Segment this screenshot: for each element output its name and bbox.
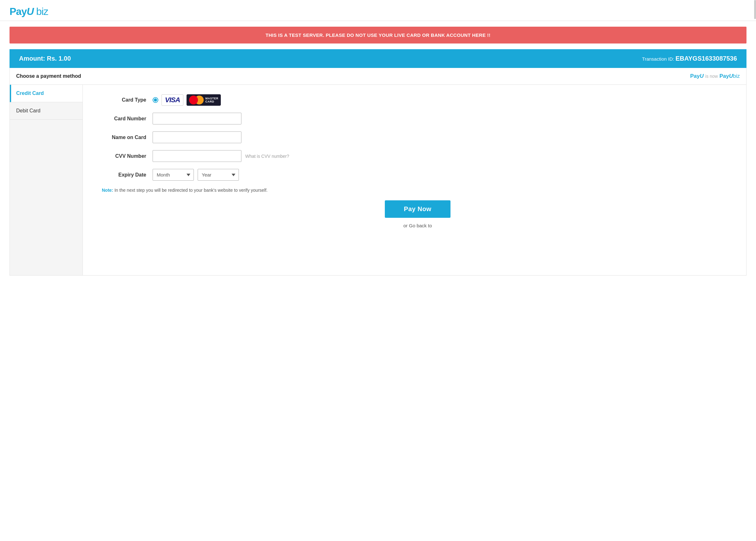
sidebar: Credit Card Debit Card	[10, 85, 83, 275]
payu-rebrand-area: PayU is now PayUbiz	[690, 73, 740, 79]
logo-u-letter: U	[27, 6, 34, 17]
amount-bar: Amount: Rs. 1.00 Transaction ID: EBAYGS1…	[10, 49, 746, 68]
form-area: Card Type VISA MasterCard	[83, 85, 746, 275]
card-type-row: Card Type VISA MasterCard	[102, 94, 733, 106]
transaction-id-label: Transaction ID:	[642, 56, 674, 62]
logo-bar: PayU biz	[0, 0, 756, 21]
card-type-radio[interactable]	[152, 97, 158, 103]
cvv-row: CVV Number What is CVV number?	[102, 150, 733, 162]
choose-payment-label: Choose a payment method	[16, 73, 81, 79]
expiry-year-select[interactable]: Year 2021 2022 2023 2024 2025 2026 2027 …	[198, 169, 239, 181]
transaction-id-area: Transaction ID: EBAYGS1633087536	[642, 55, 737, 62]
radio-dot	[154, 98, 157, 102]
expiry-row: Expiry Date Month 01 02 03 04 05 06 07 0…	[102, 169, 733, 181]
payu-old-logo: PayU	[690, 73, 704, 79]
cvv-input-area: What is CVV number?	[152, 150, 289, 162]
pay-now-container: Pay Now or Go back to	[102, 200, 733, 228]
transaction-id-value: EBAYGS1633087536	[675, 55, 737, 62]
pay-now-button[interactable]: Pay Now	[385, 200, 450, 218]
rebrand-is-now: is now	[705, 74, 718, 79]
note-row: Note: In the next step you will be redir…	[102, 188, 733, 193]
cvv-input[interactable]	[152, 150, 241, 162]
logo: PayU biz	[10, 6, 48, 17]
card-number-label: Card Number	[102, 116, 152, 122]
sidebar-item-debit-card[interactable]: Debit Card	[10, 102, 83, 120]
test-server-banner: THIS IS A TEST SERVER. PLEASE DO NOT USE…	[10, 27, 746, 44]
logo-pay: Pay	[10, 6, 27, 17]
logo-biz: biz	[34, 6, 48, 17]
payu-new-logo: PayUbiz	[719, 73, 740, 79]
expiry-month-select[interactable]: Month 01 02 03 04 05 06 07 08 09 10 11 1…	[152, 169, 194, 181]
note-text: In the next step you will be redirected …	[115, 188, 268, 193]
card-type-label: Card Type	[102, 97, 152, 103]
scrollbar-indicator	[754, 0, 756, 19]
card-number-row: Card Number	[102, 113, 733, 125]
mastercard-logo: MasterCard	[186, 94, 221, 106]
payment-header: Choose a payment method PayU is now PayU…	[10, 68, 746, 85]
name-on-card-row: Name on Card	[102, 132, 733, 143]
cvv-label: CVV Number	[102, 153, 152, 159]
expiry-selects: Month 01 02 03 04 05 06 07 08 09 10 11 1…	[152, 169, 239, 181]
card-number-input[interactable]	[152, 113, 241, 125]
sidebar-item-credit-card[interactable]: Credit Card	[10, 85, 83, 102]
card-type-options: VISA MasterCard	[152, 94, 221, 106]
note-label: Note:	[102, 188, 113, 193]
go-back-text: or Go back to	[102, 223, 733, 228]
name-on-card-label: Name on Card	[102, 135, 152, 140]
visa-logo: VISA	[161, 94, 183, 106]
expiry-label: Expiry Date	[102, 172, 152, 178]
amount-label: Amount: Rs. 1.00	[19, 55, 71, 62]
name-on-card-input[interactable]	[152, 132, 241, 143]
payment-section: Choose a payment method PayU is now PayU…	[10, 68, 746, 275]
main-layout: Credit Card Debit Card Card Type VISA	[10, 85, 746, 275]
mc-text: MasterCard	[205, 97, 218, 103]
cvv-help-text: What is CVV number?	[245, 154, 289, 159]
